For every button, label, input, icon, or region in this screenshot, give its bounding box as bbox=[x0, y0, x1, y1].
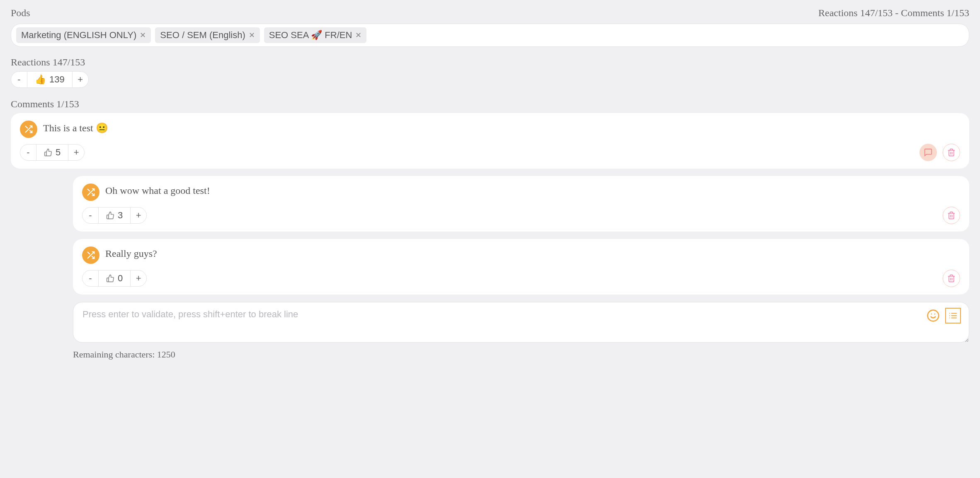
shuffle-icon[interactable] bbox=[82, 246, 99, 264]
shuffle-icon[interactable] bbox=[20, 121, 37, 138]
comment-text: This is a test 😐 bbox=[43, 121, 108, 134]
thumbs-up-icon: 👍 bbox=[35, 74, 46, 85]
remove-pod-icon[interactable]: ✕ bbox=[140, 31, 146, 40]
decrement-button[interactable]: - bbox=[11, 72, 27, 87]
reactions-counter: - 👍 139 + bbox=[11, 71, 89, 88]
decrement-button[interactable]: - bbox=[20, 145, 36, 160]
pod-chip: SEO SEA 🚀 FR/EN ✕ bbox=[264, 27, 367, 43]
remove-pod-icon[interactable]: ✕ bbox=[355, 31, 361, 40]
svg-point-15 bbox=[928, 310, 939, 321]
delete-button[interactable] bbox=[943, 144, 960, 161]
template-list-button[interactable] bbox=[945, 308, 961, 323]
increment-button[interactable]: + bbox=[131, 270, 146, 286]
like-counter: - 3 + bbox=[82, 207, 147, 224]
reactions-value: 👍 139 bbox=[27, 72, 73, 87]
like-value: 5 bbox=[36, 145, 68, 160]
comment-card-reply: Really guys? - 0 + bbox=[73, 239, 969, 295]
like-icon bbox=[106, 274, 114, 282]
increment-button[interactable]: + bbox=[73, 72, 88, 87]
reply-button[interactable] bbox=[919, 144, 937, 161]
like-value: 3 bbox=[98, 208, 131, 223]
like-number: 5 bbox=[56, 147, 61, 158]
like-value: 0 bbox=[98, 270, 131, 286]
increment-button[interactable]: + bbox=[68, 145, 84, 160]
delete-button[interactable] bbox=[943, 207, 960, 224]
like-number: 0 bbox=[118, 273, 123, 284]
reactions-number: 139 bbox=[49, 74, 65, 85]
like-number: 3 bbox=[118, 210, 123, 221]
increment-button[interactable]: + bbox=[131, 208, 146, 223]
pod-chip-label: SEO / SEM (English) bbox=[160, 30, 245, 41]
reactions-label: Reactions 147/153 bbox=[11, 57, 969, 68]
pod-chip-label: SEO SEA 🚀 FR/EN bbox=[269, 30, 352, 41]
remove-pod-icon[interactable]: ✕ bbox=[249, 31, 255, 40]
like-icon bbox=[44, 148, 52, 157]
shuffle-icon[interactable] bbox=[82, 183, 99, 201]
comment-card: This is a test 😐 - 5 + bbox=[11, 113, 969, 169]
comments-label: Comments 1/153 bbox=[11, 99, 969, 110]
decrement-button[interactable]: - bbox=[82, 270, 98, 286]
remaining-characters: Remaining characters: 1250 bbox=[73, 349, 969, 360]
svg-line-7 bbox=[88, 189, 90, 191]
delete-button[interactable] bbox=[943, 270, 960, 287]
pods-heading: Pods bbox=[11, 7, 30, 19]
pods-input[interactable]: Marketing (ENGLISH ONLY) ✕ SEO / SEM (En… bbox=[11, 24, 969, 47]
svg-line-2 bbox=[26, 126, 28, 128]
pod-chip: SEO / SEM (English) ✕ bbox=[155, 27, 260, 43]
like-icon bbox=[106, 211, 114, 220]
pod-chip: Marketing (ENGLISH ONLY) ✕ bbox=[16, 27, 151, 43]
pod-chip-label: Marketing (ENGLISH ONLY) bbox=[21, 30, 136, 41]
new-comment-input[interactable] bbox=[73, 302, 969, 343]
decrement-button[interactable]: - bbox=[82, 208, 98, 223]
like-counter: - 5 + bbox=[20, 144, 85, 161]
like-counter: - 0 + bbox=[82, 270, 147, 287]
svg-line-12 bbox=[88, 252, 90, 254]
emoji-picker-button[interactable] bbox=[925, 308, 941, 323]
comment-text: Really guys? bbox=[105, 246, 157, 259]
comment-card-reply: Oh wow what a good test! - 3 + bbox=[73, 176, 969, 232]
comment-text: Oh wow what a good test! bbox=[105, 183, 210, 196]
header-stats: Reactions 147/153 - Comments 1/153 bbox=[818, 7, 969, 19]
